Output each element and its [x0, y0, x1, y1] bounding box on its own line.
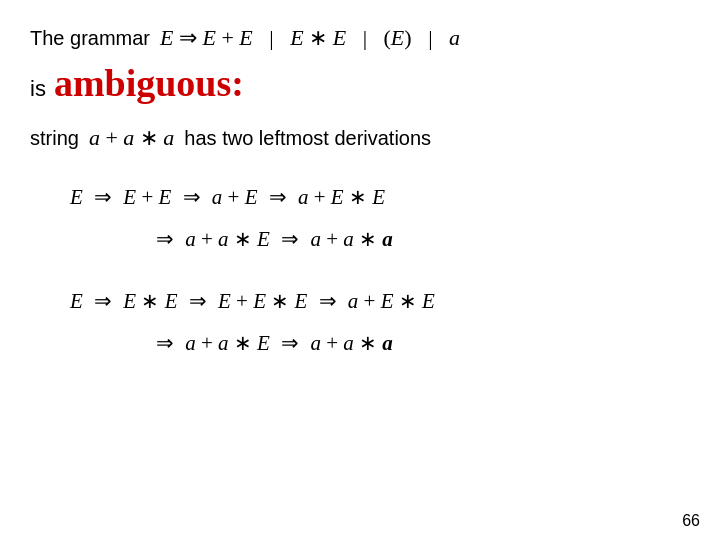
page-number: 66	[682, 512, 700, 530]
deriv-row-3: E ⇒ E ∗ E ⇒ E + E ∗ E ⇒ a + E ∗ E	[70, 280, 690, 322]
derivation-block-1: E ⇒ E + E ⇒ a + E ⇒ a + E ∗ E ⇒ a + a ∗ …	[30, 176, 690, 260]
slide: The grammar E ⇒ E + E | E ∗ E | (E) | a …	[0, 0, 720, 540]
deriv-row-1: E ⇒ E + E ⇒ a + E ⇒ a + E ∗ E	[70, 176, 690, 218]
string-formula: a + a ∗ a	[89, 125, 174, 151]
ambiguous-text: ambiguous:	[54, 61, 244, 105]
string-label: string	[30, 127, 79, 150]
line3: string a + a ∗ a has two leftmost deriva…	[30, 125, 690, 151]
is-word: is	[30, 76, 46, 102]
has-text: has two leftmost derivations	[184, 127, 431, 150]
deriv-row-4: ⇒ a + a ∗ E ⇒ a + a ∗ a	[70, 322, 690, 364]
derivation-block-2: E ⇒ E ∗ E ⇒ E + E ∗ E ⇒ a + E ∗ E ⇒ a + …	[30, 280, 690, 364]
line1: The grammar E ⇒ E + E | E ∗ E | (E) | a	[30, 25, 690, 51]
line2: is ambiguous:	[30, 61, 690, 105]
grammar-formula: E ⇒ E + E | E ∗ E | (E) | a	[160, 25, 460, 51]
deriv-row-2: ⇒ a + a ∗ E ⇒ a + a ∗ a	[70, 218, 690, 260]
grammar-label: The grammar	[30, 27, 150, 50]
